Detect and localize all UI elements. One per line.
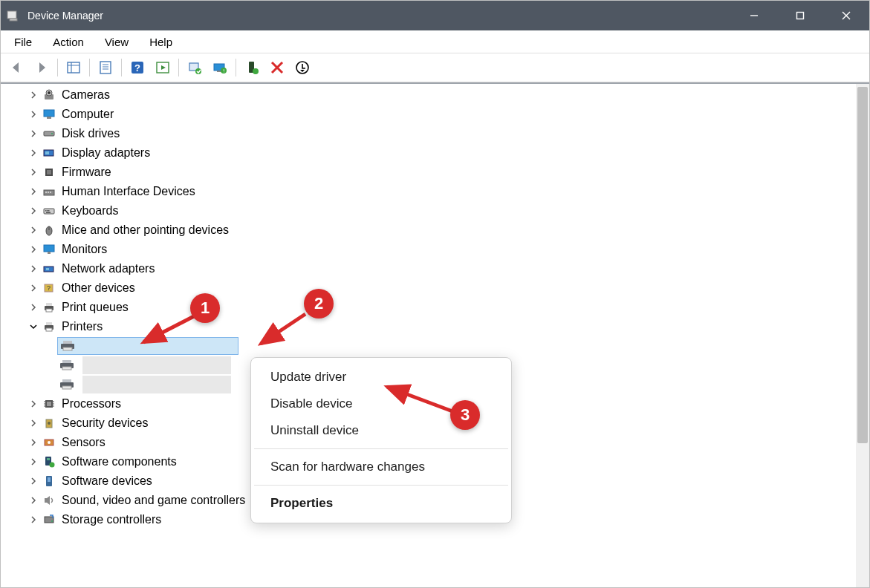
device-manager-window: Device Manager File Action View Help [0, 0, 870, 588]
annotation-marker-2: 2 [304, 289, 334, 318]
svg-line-89 [143, 316, 194, 342]
annotation-arrows [1, 1, 870, 588]
annotation-marker-1: 1 [190, 293, 220, 323]
annotation-marker-3: 3 [450, 400, 480, 430]
svg-line-91 [387, 387, 452, 411]
svg-line-90 [261, 314, 305, 344]
